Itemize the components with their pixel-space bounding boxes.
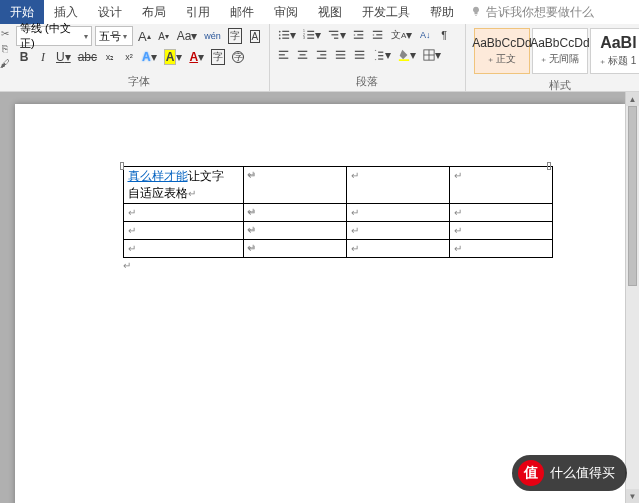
align-center-button[interactable]	[295, 46, 311, 64]
scroll-up-button[interactable]: ▲	[626, 92, 639, 106]
vertical-scrollbar[interactable]: ▲ ▼	[625, 92, 639, 503]
paragraph-mark: ↵	[123, 260, 603, 271]
svg-text:3: 3	[303, 36, 305, 40]
svg-rect-15	[354, 31, 363, 32]
svg-rect-34	[355, 54, 364, 55]
ruby-button[interactable]: wén	[202, 27, 223, 45]
svg-rect-37	[378, 55, 383, 56]
svg-rect-36	[378, 52, 383, 53]
tab-layout[interactable]: 布局	[132, 0, 176, 24]
font-family-dropdown[interactable]: 等线 (中文正)▾	[16, 26, 92, 46]
sort-button[interactable]: A↓	[417, 26, 433, 44]
svg-rect-5	[282, 38, 289, 39]
tell-me-text: 告诉我你想要做什么	[486, 4, 594, 21]
svg-rect-3	[282, 34, 289, 35]
superscript-button[interactable]: x²	[121, 48, 137, 66]
increase-indent-button[interactable]	[370, 26, 386, 44]
watermark-text: 什么值得买	[550, 464, 615, 482]
tab-review[interactable]: 审阅	[264, 0, 308, 24]
group-paragraph: ▾ 123▾ ▾ 文A▾ A↓ ¶ ▾ ▾ ▾ 段落	[270, 24, 466, 91]
copy-icon[interactable]: ⎘	[2, 43, 8, 54]
line-spacing-button[interactable]: ▾	[371, 46, 393, 64]
svg-rect-35	[355, 58, 364, 59]
font-size-dropdown[interactable]: 五号▾	[95, 26, 133, 46]
char-border-button[interactable]: 字	[226, 27, 244, 45]
format-painter-icon[interactable]: 🖌	[0, 58, 10, 69]
align-left-button[interactable]	[276, 46, 292, 64]
tell-me-search[interactable]: 告诉我你想要做什么	[464, 0, 600, 24]
italic-button[interactable]: I	[35, 48, 51, 66]
char-shading-button[interactable]: 字	[209, 48, 227, 66]
svg-rect-14	[334, 38, 338, 39]
text-effects-button[interactable]: A▾	[140, 48, 159, 66]
tab-mailings[interactable]: 邮件	[220, 0, 264, 24]
table-row: ↵↵ ↵ ↵ ↵	[123, 240, 552, 258]
tab-references[interactable]: 引用	[176, 0, 220, 24]
tab-view[interactable]: 视图	[308, 0, 352, 24]
svg-rect-28	[320, 54, 326, 55]
shading-button[interactable]: ▾	[396, 46, 418, 64]
svg-rect-39	[399, 59, 409, 61]
ribbon: ✂ ⎘ 🖌 等线 (中文正)▾ 五号▾ A▴ A▾ Aa▾ wén 字 A B …	[0, 24, 639, 92]
svg-rect-24	[298, 51, 307, 52]
svg-rect-23	[279, 58, 288, 59]
svg-rect-12	[329, 31, 338, 32]
svg-rect-18	[373, 31, 382, 32]
svg-point-0	[279, 31, 281, 33]
numbering-button[interactable]: 123▾	[301, 26, 323, 44]
align-justify-button[interactable]	[333, 46, 349, 64]
table-row: ↵↵ ↵ ↵ ↵	[123, 204, 552, 222]
style-no-spacing[interactable]: AaBbCcDd 无间隔	[532, 28, 588, 74]
ribbon-tabs: 开始 插入 设计 布局 引用 邮件 审阅 视图 开发工具 帮助 告诉我你想要做什…	[0, 0, 639, 24]
group-paragraph-label: 段落	[276, 72, 459, 91]
watermark-icon: 值	[518, 460, 544, 486]
cell-hyperlink[interactable]: 真么样才能	[128, 169, 188, 183]
tab-help[interactable]: 帮助	[420, 0, 464, 24]
group-font-label: 字体	[16, 72, 263, 91]
change-case-button[interactable]: Aa▾	[175, 27, 200, 45]
decrease-indent-button[interactable]	[351, 26, 367, 44]
page[interactable]: 真么样才能让文字自适应表格↵↵ ↵ ↵ ↵ ↵↵ ↵ ↵ ↵ ↵↵ ↵ ↵ ↵ …	[15, 104, 625, 503]
lightbulb-icon	[470, 6, 482, 18]
svg-rect-9	[307, 34, 314, 35]
highlight-button[interactable]: A▾	[162, 48, 185, 66]
scroll-down-button[interactable]: ▼	[626, 489, 639, 503]
style-normal[interactable]: AaBbCcDd 正文	[474, 28, 530, 74]
svg-rect-31	[336, 54, 345, 55]
group-styles: AaBbCcDd 正文 AaBbCcDd 无间隔 AaBl 标题 1 样式	[466, 24, 639, 91]
multilevel-list-button[interactable]: ▾	[326, 26, 348, 44]
show-marks-button[interactable]: ¶	[436, 26, 452, 44]
svg-point-4	[279, 38, 281, 40]
underline-button[interactable]: U▾	[54, 48, 73, 66]
svg-rect-19	[376, 34, 382, 35]
font-color-button[interactable]: A▾	[187, 48, 206, 66]
circled-char-button[interactable]: A	[247, 27, 263, 45]
shrink-font-button[interactable]: A▾	[156, 27, 172, 45]
svg-rect-25	[299, 54, 305, 55]
bullets-button[interactable]: ▾	[276, 26, 298, 44]
subscript-button[interactable]: x₂	[102, 48, 118, 66]
svg-point-2	[279, 34, 281, 36]
svg-rect-17	[354, 38, 363, 39]
align-right-button[interactable]	[314, 46, 330, 64]
borders-button[interactable]: ▾	[421, 46, 443, 64]
svg-rect-7	[307, 31, 314, 32]
text-direction-button[interactable]: 文A▾	[389, 26, 414, 44]
document-table[interactable]: 真么样才能让文字自适应表格↵↵ ↵ ↵ ↵ ↵↵ ↵ ↵ ↵ ↵↵ ↵ ↵ ↵ …	[123, 166, 553, 258]
tab-design[interactable]: 设计	[88, 0, 132, 24]
svg-rect-29	[317, 58, 326, 59]
enclosed-char-button[interactable]: 字	[230, 48, 246, 66]
svg-rect-27	[317, 51, 326, 52]
bold-button[interactable]: B	[16, 48, 32, 66]
style-heading1[interactable]: AaBl 标题 1	[590, 28, 639, 74]
scroll-thumb[interactable]	[628, 106, 637, 286]
svg-rect-22	[279, 54, 285, 55]
svg-rect-30	[336, 51, 345, 52]
tab-developer[interactable]: 开发工具	[352, 0, 420, 24]
strikethrough-button[interactable]: abc	[76, 48, 99, 66]
table-row: 真么样才能让文字自适应表格↵↵ ↵ ↵ ↵	[123, 167, 552, 204]
distributed-button[interactable]	[352, 46, 368, 64]
svg-rect-32	[336, 58, 345, 59]
cut-icon[interactable]: ✂	[1, 28, 9, 39]
grow-font-button[interactable]: A▴	[136, 27, 153, 45]
